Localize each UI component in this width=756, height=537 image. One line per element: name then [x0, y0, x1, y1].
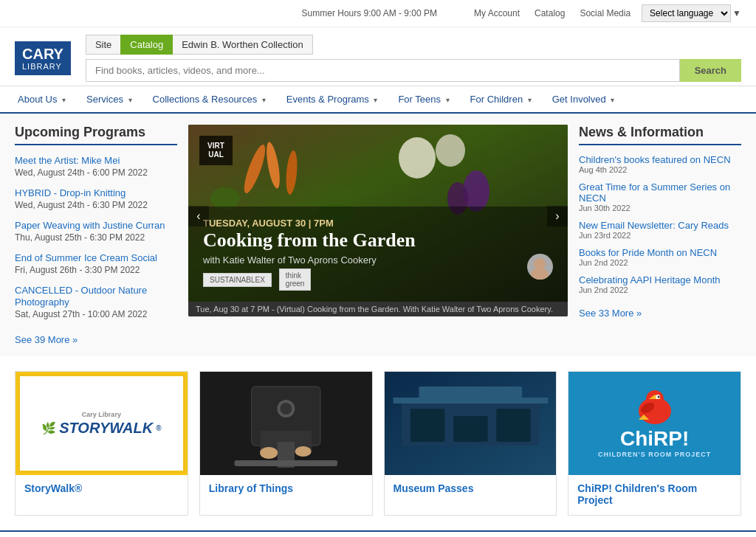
svg-rect-17: [234, 460, 337, 466]
header-right: Site Catalog Edwin B. Worthen Collection…: [86, 35, 741, 82]
news-date: Jun 2nd 2022: [579, 258, 741, 267]
museum-svg: [385, 372, 557, 475]
svg-point-31: [657, 396, 659, 398]
nav-services[interactable]: Services ▾: [76, 86, 142, 112]
social-media-link[interactable]: Social Media: [580, 8, 630, 18]
presenter-avatar-svg: [527, 254, 553, 280]
event-link[interactable]: CANCELLED - Outdoor Nature Photography: [15, 285, 147, 308]
footer-bar: FRIENDS Friends of Cary Library CLF Cary…: [0, 530, 756, 537]
upcoming-programs-panel: Upcoming Programs Meet the Artist: Mike …: [15, 125, 177, 345]
nav-about-us[interactable]: About Us ▾: [7, 86, 76, 112]
catalog-link[interactable]: Catalog: [535, 8, 565, 18]
list-item: CANCELLED - Outdoor Nature Photography S…: [15, 284, 177, 319]
nav-get-involved[interactable]: Get Involved ▾: [542, 86, 625, 112]
news-link[interactable]: Great Time for a Summer Series on NECN: [579, 181, 741, 204]
slide-next-button[interactable]: ›: [547, 206, 568, 226]
card-things-link[interactable]: Library of Things: [209, 482, 293, 494]
svg-rect-23: [453, 416, 488, 442]
slide-prev-button[interactable]: ‹: [188, 206, 209, 226]
slide-image: VIRTUAL TUESDAY, AUGUST 30 | 7PM Cooking…: [188, 125, 568, 302]
event-link[interactable]: Meet the Artist: Mike Mei: [15, 155, 120, 166]
nav-list: About Us ▾ Services ▾ Collections & Reso…: [7, 86, 749, 112]
card-library-things[interactable]: Library of Things: [199, 371, 373, 516]
top-bar: Summer Hours 9:00 AM - 9:00 PM My Accoun…: [0, 0, 756, 27]
services-arrow-icon: ▾: [128, 96, 132, 104]
card-museum-image: [385, 372, 557, 475]
news-link[interactable]: Celebrating AAPI Heritage Month: [579, 274, 741, 285]
for-children-arrow-icon: ▾: [528, 96, 532, 104]
nav-for-teens[interactable]: For Teens ▾: [388, 86, 459, 112]
news-panel: News & Information Children's books feat…: [579, 125, 741, 345]
card-museum-link[interactable]: Museum Passes: [394, 482, 474, 494]
slide-date-label: TUESDAY, AUGUST 30 | 7PM: [203, 218, 553, 229]
upcoming-programs-title: Upcoming Programs: [15, 125, 177, 145]
site-tabs: Site Catalog Edwin B. Worthen Collection: [86, 35, 741, 55]
sponsor-logos: SUSTAINABLEX thinkgreen: [203, 268, 553, 291]
card-museum-passes[interactable]: Museum Passes: [384, 371, 557, 516]
list-item: Books for Pride Month on NECN Jun 2nd 20…: [579, 247, 741, 267]
storywalk-tagline: Cary Library: [82, 411, 121, 418]
tab-edwin[interactable]: Edwin B. Worthen Collection: [173, 35, 313, 55]
about-us-arrow-icon: ▾: [62, 96, 66, 104]
event-link[interactable]: HYBRID - Drop-in Knitting: [15, 187, 126, 198]
slideshow: ‹: [188, 125, 568, 316]
event-date: Wed, August 24th - 6:30 PM 2022: [15, 200, 177, 210]
event-link[interactable]: Paper Weaving with Justine Curran: [15, 220, 165, 231]
list-item: Paper Weaving with Justine Curran Thu, A…: [15, 219, 177, 243]
card-things-image: [200, 372, 372, 475]
search-input[interactable]: [86, 59, 680, 82]
event-date: Fri, August 26th - 3:30 PM 2022: [15, 265, 177, 275]
see-more-events-link[interactable]: See 39 More »: [15, 334, 78, 345]
news-date: Jun 23rd 2022: [579, 231, 741, 240]
svg-point-19: [295, 446, 311, 457]
card-storywalk-link[interactable]: StoryWalk®: [24, 482, 82, 494]
get-involved-arrow-icon: ▾: [611, 96, 614, 104]
card-chirp-link[interactable]: ChiRP! Children's Room Project: [577, 482, 697, 506]
news-link[interactable]: New Email Newsletter: Cary Reads: [579, 220, 741, 231]
list-item: New Email Newsletter: Cary Reads Jun 23r…: [579, 220, 741, 240]
news-date: Jun 30th 2022: [579, 204, 741, 212]
list-item: Celebrating AAPI Heritage Month Jun 2nd …: [579, 274, 741, 294]
logo-cary: CARY: [22, 46, 63, 62]
slide-title: Cooking from the Garden: [203, 229, 553, 252]
svg-point-1: [264, 141, 283, 189]
sponsor-think-green: thinkgreen: [279, 268, 312, 291]
nav-collections[interactable]: Collections & Resources ▾: [142, 86, 276, 112]
search-button[interactable]: Search: [680, 59, 741, 82]
card-things-label: Library of Things: [200, 475, 372, 503]
list-item: HYBRID - Drop-in Knitting Wed, August 24…: [15, 187, 177, 210]
hours-text: Summer Hours 9:00 AM - 9:00 PM: [302, 8, 437, 18]
svg-point-4: [436, 134, 465, 167]
news-title: News & Information: [579, 125, 741, 145]
event-link[interactable]: End of Summer Ice Cream Social: [15, 252, 157, 263]
my-account-link[interactable]: My Account: [474, 8, 520, 18]
see-more-news-link[interactable]: See 33 More »: [579, 308, 642, 319]
svg-point-0: [241, 142, 269, 195]
sponsor-sustainablex: SUSTAINABLEX: [203, 273, 272, 287]
events-arrow-icon: ▾: [374, 96, 377, 104]
nav-for-children[interactable]: For Children ▾: [460, 86, 542, 112]
search-bar: Search: [86, 59, 741, 82]
tab-site[interactable]: Site: [86, 35, 120, 55]
logo[interactable]: CARY LIBRARY: [15, 41, 71, 75]
chirp-title: ChiRP!: [620, 429, 689, 449]
news-date: Jun 2nd 2022: [579, 285, 741, 294]
logo-library: LIBRARY: [22, 62, 63, 71]
svg-point-18: [260, 447, 278, 459]
card-chirp-label: ChiRP! Children's Room Project: [568, 475, 740, 515]
nav-events[interactable]: Events & Programs ▾: [276, 86, 388, 112]
card-storywalk-image: Cary Library 🌿 STORYWALK ®: [16, 372, 188, 475]
event-date: Wed, August 24th - 6:00 PM 2022: [15, 167, 177, 178]
event-date: Thu, August 25th - 6:30 PM 2022: [15, 232, 177, 243]
news-link[interactable]: Children's books featured on NECN: [579, 154, 741, 165]
news-link[interactable]: Books for Pride Month on NECN: [579, 247, 741, 258]
card-storywalk[interactable]: Cary Library 🌿 STORYWALK ® StoryWalk®: [15, 371, 188, 516]
tab-catalog[interactable]: Catalog: [120, 35, 173, 55]
header: CARY LIBRARY Site Catalog Edwin B. Worth…: [0, 27, 756, 86]
avatar: [527, 254, 553, 280]
list-item: Great Time for a Summer Series on NECN J…: [579, 181, 741, 212]
language-select[interactable]: Select language: [642, 4, 731, 22]
sewing-machine-svg: [200, 372, 372, 475]
card-chirp[interactable]: ChiRP! CHILDREN'S ROOM PROJECT ChiRP! Ch…: [568, 371, 741, 516]
slide-overlay: TUESDAY, AUGUST 30 | 7PM Cooking from th…: [188, 207, 568, 302]
